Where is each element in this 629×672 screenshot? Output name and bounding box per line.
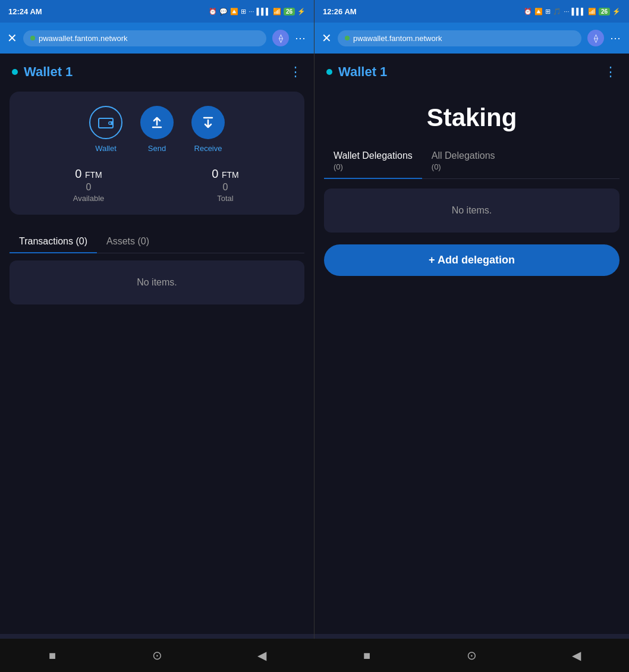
wallet-status-dot-left: [12, 69, 18, 75]
android-circle-right[interactable]: ⊙: [448, 643, 495, 667]
receive-circle-icon: [191, 106, 225, 139]
battery-right: 26: [599, 8, 610, 15]
right-phone: 12:26 AM ⏰ 🔼 ⊞ 🎵 ··· ▌▌▌ 📶 26 ⚡ ✕ pwawal…: [314, 0, 629, 672]
all-delegations-label: All Delegations: [432, 150, 495, 161]
wallet-title-group-right: Wallet 1: [326, 64, 387, 80]
add-delegation-button[interactable]: + Add delegation: [324, 244, 619, 276]
status-bar-right: 12:26 AM ⏰ 🔼 ⊞ 🎵 ··· ▌▌▌ 📶 26 ⚡: [314, 0, 629, 23]
android-back-left[interactable]: ◀: [238, 643, 286, 667]
ellipsis-icon: ···: [249, 8, 254, 15]
url-text-left: pwawallet.fantom.network: [39, 34, 128, 43]
send-action-btn[interactable]: Send: [140, 106, 174, 153]
total-ftm: 0 FTM: [212, 167, 238, 181]
status-time-right: 12:26 AM: [323, 7, 357, 16]
tab-assets[interactable]: Assets (0): [97, 230, 159, 253]
wallet-delegations-label: Wallet Delegations: [334, 150, 413, 161]
clock-icon: ⏰: [209, 8, 217, 15]
android-circle-left[interactable]: ⊙: [133, 643, 181, 667]
receive-action-btn[interactable]: Receive: [191, 106, 225, 153]
tabs-section-left: Transactions (0) Assets (0): [10, 230, 304, 253]
staking-title: Staking: [314, 103, 629, 132]
charging-icon-r: ⚡: [612, 8, 621, 15]
action-buttons-left: Wallet Send: [21, 106, 293, 153]
secure-dot-right: [345, 36, 350, 40]
wallet-header-left: Wallet 1 ⋮: [0, 54, 314, 86]
wallet-title-group-left: Wallet 1: [12, 64, 73, 80]
wallet-more-left[interactable]: ⋮: [289, 64, 302, 80]
whatsapp-icon: 💬: [219, 8, 228, 15]
browser-close-left[interactable]: ✕: [7, 31, 17, 45]
url-bar-right[interactable]: pwawallet.fantom.network: [338, 30, 581, 46]
available-label: Available: [73, 194, 105, 203]
available-balance: 0 FTM 0 Available: [21, 167, 156, 203]
wallet-name-left: Wallet 1: [24, 64, 73, 80]
eth-icon-left[interactable]: ⟠: [272, 30, 289, 46]
grid-icon-r: ⊞: [545, 8, 551, 15]
wallet-status-dot-right: [326, 69, 332, 75]
eth-icon-right[interactable]: ⟠: [587, 30, 604, 46]
all-delegations-count: (0): [432, 162, 495, 172]
browser-more-right[interactable]: ⋯: [610, 32, 622, 45]
clock-icon-r: ⏰: [524, 8, 532, 15]
browser-close-right[interactable]: ✕: [322, 31, 332, 45]
app-content-left: Wallet 1 ⋮ W: [0, 54, 314, 634]
total-number: 0: [223, 182, 228, 193]
wallet-card-left: Wallet Send: [10, 92, 304, 215]
android-back-right[interactable]: ◀: [553, 643, 600, 667]
total-label: Total: [217, 194, 233, 203]
wallet-action-btn[interactable]: Wallet: [89, 106, 122, 153]
signal-icon-r: ▌▌▌: [571, 8, 585, 15]
browser-more-left[interactable]: ⋯: [295, 32, 307, 45]
send-circle-icon: [140, 106, 174, 139]
tab-wallet-delegations[interactable]: Wallet Delegations (0): [324, 144, 422, 178]
tab-all-delegations[interactable]: All Delegations (0): [422, 144, 505, 178]
wallet-circle-icon: [89, 106, 122, 139]
wifi-icon-r: 📶: [588, 8, 596, 15]
available-ftm: 0 FTM: [75, 167, 102, 181]
total-balance: 0 FTM 0 Total: [158, 167, 293, 203]
available-number: 0: [86, 182, 92, 193]
browser-bar-right: ✕ pwawallet.fantom.network ⟠ ⋯: [314, 23, 629, 54]
status-icons-right: ⏰ 🔼 ⊞ 🎵 ··· ▌▌▌ 📶 26 ⚡: [524, 8, 621, 15]
android-square-left[interactable]: ■: [29, 643, 76, 667]
charging-icon: ⚡: [297, 8, 306, 15]
tab-transactions[interactable]: Transactions (0): [10, 230, 97, 253]
receive-action-label: Receive: [194, 144, 222, 153]
delegation-tabs: Wallet Delegations (0) All Delegations (…: [324, 144, 619, 179]
signal-icon: ▌▌▌: [256, 8, 270, 15]
battery-left: 26: [284, 8, 295, 15]
android-nav: ■ ⊙ ◀ ■ ⊙ ◀: [0, 639, 629, 672]
status-bar-left: 12:24 AM ⏰ 💬 🔼 ⊞ ··· ▌▌▌ 📶 26 ⚡: [0, 0, 314, 23]
tab-row-left: Transactions (0) Assets (0): [10, 230, 304, 253]
wallet-header-right: Wallet 1 ⋮: [314, 54, 629, 86]
send-action-label: Send: [148, 144, 166, 153]
browser-bar-left: ✕ pwawallet.fantom.network ⟠ ⋯: [0, 23, 314, 54]
url-bar-left[interactable]: pwawallet.fantom.network: [23, 30, 266, 46]
wallet-name-right: Wallet 1: [338, 64, 387, 80]
no-items-left: No items.: [10, 260, 304, 304]
status-time-left: 12:24 AM: [8, 7, 42, 16]
music-icon-r: 🎵: [553, 8, 561, 15]
balance-grid-left: 0 FTM 0 Available 0 FTM 0 Total: [21, 167, 293, 203]
wifi-icon: 📶: [273, 8, 281, 15]
cloud-icon: 🔼: [230, 8, 238, 15]
secure-dot-left: [30, 36, 35, 40]
app-content-right: Wallet 1 ⋮ Staking Wallet Delegations (0…: [314, 54, 629, 634]
wallet-delegations-count: (0): [334, 162, 413, 172]
status-icons-left: ⏰ 💬 🔼 ⊞ ··· ▌▌▌ 📶 26 ⚡: [209, 8, 306, 15]
no-items-right: No items.: [324, 189, 619, 233]
ellipsis-icon-r: ···: [564, 8, 569, 15]
left-phone: 12:24 AM ⏰ 💬 🔼 ⊞ ··· ▌▌▌ 📶 26 ⚡ ✕ pwawal…: [0, 0, 314, 672]
android-square-right[interactable]: ■: [343, 643, 391, 667]
grid-icon: ⊞: [241, 8, 246, 15]
wallet-more-right[interactable]: ⋮: [604, 64, 617, 80]
wallet-action-label: Wallet: [95, 144, 117, 153]
svg-point-1: [109, 123, 111, 124]
url-text-right: pwawallet.fantom.network: [353, 34, 442, 43]
cloud-icon-r: 🔼: [534, 8, 543, 15]
